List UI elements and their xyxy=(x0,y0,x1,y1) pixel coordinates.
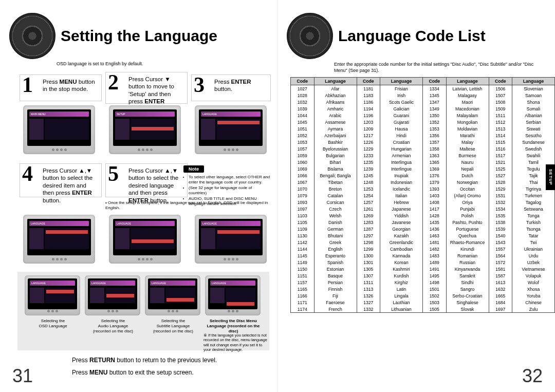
language-cell: Maori xyxy=(446,99,489,105)
language-cell: Setswana xyxy=(512,206,555,212)
language-cell: Abkhazian xyxy=(314,92,357,99)
language-cell: Frisian xyxy=(380,85,423,92)
code-cell: 1051 xyxy=(291,125,314,132)
code-cell: 1483 xyxy=(423,252,447,259)
language-cell: Malagasy xyxy=(446,92,489,99)
step-5-text: Press Cursor ▲,▼ button to select the de… xyxy=(128,167,178,203)
language-code-table: CodeLanguageCodeLanguageCodeLanguageCode… xyxy=(290,77,555,313)
language-cell: Burmese xyxy=(446,152,489,159)
code-cell: 1297 xyxy=(357,232,380,239)
caption-discmenu: Selecting the Disc MenuLanguage (recorde… xyxy=(205,319,262,334)
language-cell: Uzbek xyxy=(512,259,555,266)
code-cell: 1501 xyxy=(423,286,447,292)
table-header: Code xyxy=(291,78,314,85)
table-header: Code xyxy=(357,78,380,85)
language-cell: Persian xyxy=(314,279,357,286)
language-cell: Kazakh xyxy=(380,232,423,239)
code-cell: 1436 xyxy=(423,226,447,232)
language-cell: French xyxy=(314,306,357,313)
language-cell: Turkmen xyxy=(512,192,555,199)
step-1: 1Press MENU button in the stop mode. xyxy=(20,74,102,101)
code-cell: 1245 xyxy=(357,172,380,179)
setup-note: • Once the setup is complete, if the lan… xyxy=(105,200,270,211)
code-cell: 1097 xyxy=(291,206,314,212)
language-cell: Greenlandic xyxy=(380,239,423,246)
code-cell: 1435 xyxy=(423,219,447,226)
code-cell: 1534 xyxy=(489,206,512,212)
code-cell: 1665 xyxy=(489,292,512,299)
table-row: 1069Bislama1239Interlingue1369Nepali1525… xyxy=(291,165,555,172)
code-cell: 1532 xyxy=(489,199,512,206)
code-cell: 1587 xyxy=(489,272,512,279)
table-row: 1045Assamese1203Gujarati1352Mongolian151… xyxy=(291,119,555,125)
step-3-text: Press ENTER button. xyxy=(214,79,251,92)
step-4: 4Press Cursor ▲,▼ button to select the d… xyxy=(20,163,102,197)
language-cell: Corsican xyxy=(314,199,357,206)
code-cell: 1151 xyxy=(291,272,314,279)
table-row: 1070Breton1253Icelandic1393Occitan1529Ti… xyxy=(291,185,555,192)
language-cell: Samoan xyxy=(512,92,555,99)
code-cell: 1053 xyxy=(291,139,314,145)
language-cell: Catalan xyxy=(314,192,357,199)
tv-mock-discmenu: LANGUAGE xyxy=(205,275,261,315)
code-cell: 1093 xyxy=(291,199,314,206)
caption-subtitle: Selecting theSubtitle Language(recorded … xyxy=(145,319,201,334)
code-cell: 1358 xyxy=(423,145,447,152)
code-cell: 1347 xyxy=(423,99,447,105)
language-cell: Serbian xyxy=(512,119,555,125)
code-cell: 1393 xyxy=(423,185,447,192)
code-cell: 1521 xyxy=(489,159,512,165)
step-3: 3Press ENTER button. xyxy=(191,74,271,101)
caption-osd: Selecting theOSD Language xyxy=(25,319,81,329)
code-cell: 1157 xyxy=(291,279,314,286)
code-cell: 1513 xyxy=(489,125,512,132)
code-cell: 1299 xyxy=(357,246,380,252)
language-cell: Aymara xyxy=(314,125,357,132)
table-row: 1027Afar1181Frisian1334Latvian, Lettish1… xyxy=(291,85,555,92)
code-cell: 1463 xyxy=(423,232,447,239)
language-cell: Latvian, Lettish xyxy=(446,85,489,92)
language-cell: Breton xyxy=(314,185,357,192)
page-31: Setting the Language OSD language is set… xyxy=(0,0,278,392)
language-cell: Turkish xyxy=(512,219,555,226)
code-cell: 1186 xyxy=(357,99,380,105)
language-cell: Chinese xyxy=(512,299,555,306)
language-cell: Oriya xyxy=(446,199,489,206)
language-cell: Faeroese xyxy=(314,299,357,306)
code-table-wrap: CodeLanguageCodeLanguageCodeLanguageCode… xyxy=(290,77,555,313)
table-header: Code xyxy=(423,78,447,85)
code-cell: 1239 xyxy=(357,165,380,172)
code-cell: 1352 xyxy=(423,119,447,125)
code-cell: 1079 xyxy=(291,192,314,199)
code-cell: 1301 xyxy=(357,259,380,266)
code-cell: 1376 xyxy=(423,172,447,179)
code-cell: 1489 xyxy=(423,259,447,266)
code-cell: 1311 xyxy=(357,279,380,286)
code-cell: 1052 xyxy=(291,132,314,139)
code-cell: 1511 xyxy=(489,112,512,119)
note-bullet: To select other language, select OTHER a… xyxy=(189,175,271,185)
table-row: 1067Tibetan1248Indonesian1379Norwegian15… xyxy=(291,179,555,185)
code-cell: 1557 xyxy=(489,246,512,252)
language-cell: Welsh xyxy=(314,212,357,219)
language-cell: Croatian xyxy=(380,139,423,145)
language-cell: Czech xyxy=(314,206,357,212)
language-cell: Bihari xyxy=(314,159,357,165)
table-row: 1130Bhutani1297Kazakh1463Quechua1540Tata… xyxy=(291,232,555,239)
code-cell: 1540 xyxy=(489,232,512,239)
code-cell: 1379 xyxy=(423,179,447,185)
step-5: 5Press Cursor ▲,▼ button to select the d… xyxy=(105,163,188,197)
language-cell: Quechua xyxy=(446,232,489,239)
table-header: Code xyxy=(489,78,512,85)
language-cell: Danish xyxy=(314,219,357,226)
language-cell: Slovak xyxy=(446,306,489,313)
language-cell: Latin xyxy=(380,286,423,292)
language-cell: Twi xyxy=(512,239,555,246)
code-cell: 1165 xyxy=(291,286,314,292)
language-cell: Pashto, Pushto xyxy=(446,219,489,226)
language-cell: Russian xyxy=(446,259,489,266)
language-cell: Wolof xyxy=(512,279,555,286)
code-cell: 1166 xyxy=(291,292,314,299)
language-cell: Kirundi xyxy=(446,246,489,252)
language-cell: Basque xyxy=(314,272,357,279)
